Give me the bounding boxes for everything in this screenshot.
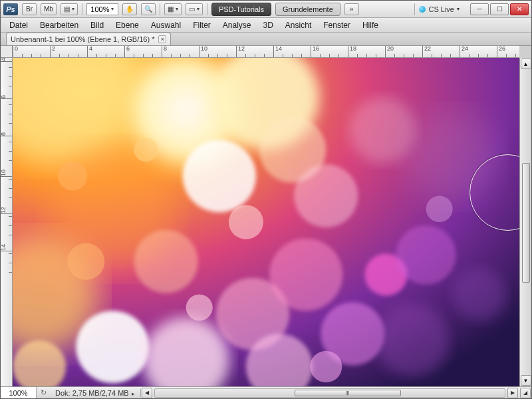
svg-point-25: [186, 295, 213, 321]
ruler-tick: 6: [1, 95, 12, 99]
scroll-up-button[interactable]: ▲: [521, 59, 531, 69]
status-bar: 100% ↻ Dok: 2,75 MB/2,74 MB ◀ ▶ ◢: [1, 386, 531, 398]
grid-icon: ▦: [168, 5, 174, 13]
view-extras-button[interactable]: ▤: [61, 3, 78, 15]
svg-point-24: [229, 205, 263, 239]
svg-point-26: [310, 351, 342, 382]
svg-point-28: [67, 243, 104, 280]
application-bar: Ps Br Mb ▤ 100% ✋ 🔍 ▦ ▭ PSD-Tutorials Gr…: [1, 1, 531, 18]
ruler-tick: 16: [311, 46, 319, 57]
cs-live-button[interactable]: CS Live ▾: [414, 3, 464, 15]
separator: [207, 3, 207, 15]
ruler-tick: 22: [422, 46, 431, 57]
vertical-ruler[interactable]: 468101214: [1, 58, 13, 386]
close-button[interactable]: ✕: [510, 3, 529, 15]
horizontal-ruler[interactable]: 0246810121416182022242628: [13, 46, 519, 58]
menu-bar: Datei Bearbeiten Bild Ebene Auswahl Filt…: [1, 18, 531, 33]
scroll-down-button[interactable]: ▼: [521, 375, 531, 386]
ruler-tick: 12: [1, 207, 12, 214]
document-tab-close[interactable]: ×: [158, 35, 166, 43]
minibridge-button[interactable]: Mb: [41, 3, 57, 15]
zoom-level-field[interactable]: 100%: [86, 3, 118, 15]
cs-live-icon: [419, 6, 426, 13]
window-controls: ─ ☐ ✕: [470, 3, 529, 15]
ruler-tick: 24: [460, 46, 468, 57]
zoom-icon: 🔍: [144, 5, 152, 13]
canvas-viewport: [13, 58, 519, 386]
resize-grip[interactable]: ◢: [520, 388, 531, 398]
svg-point-8: [294, 164, 358, 227]
ruler-tick: 4: [1, 58, 12, 62]
status-sync-icon[interactable]: ↻: [37, 388, 50, 397]
ruler-tick: 10: [199, 46, 207, 57]
menu-bild[interactable]: Bild: [84, 19, 110, 32]
svg-point-6: [183, 140, 256, 213]
vertical-scrollbar[interactable]: ▲ ▼: [519, 58, 531, 386]
minimize-button[interactable]: ─: [470, 3, 489, 15]
ruler-tick: 6: [124, 46, 130, 57]
workspace-psd-tutorials[interactable]: PSD-Tutorials: [211, 3, 271, 16]
svg-point-20: [376, 305, 449, 377]
menu-3d[interactable]: 3D: [257, 19, 279, 32]
separator: [82, 3, 82, 15]
zoom-tool-button[interactable]: 🔍: [141, 3, 156, 15]
screen-icon: ▭: [189, 5, 195, 13]
svg-point-15: [269, 239, 342, 311]
document-canvas[interactable]: [13, 58, 519, 386]
ruler-tick: 14: [273, 46, 282, 57]
svg-point-22: [58, 162, 87, 190]
menu-auswahl[interactable]: Auswahl: [145, 19, 187, 32]
scroll-right-button[interactable]: ▶: [507, 388, 518, 398]
vertical-scroll-thumb[interactable]: [522, 163, 530, 283]
maximize-button[interactable]: ☐: [490, 3, 509, 15]
ruler-tick: 8: [162, 46, 167, 57]
svg-point-12: [76, 311, 149, 383]
ruler-tick: 10: [1, 170, 12, 177]
ruler-tick: 18: [348, 46, 356, 57]
svg-point-23: [134, 138, 158, 162]
screen-mode-button[interactable]: ▭: [186, 3, 203, 15]
ruler-tick: 4: [87, 46, 92, 57]
menu-fenster[interactable]: Fenster: [317, 19, 356, 32]
ruler-tick: 8: [1, 132, 12, 136]
svg-point-27: [426, 196, 453, 222]
status-zoom-field[interactable]: 100%: [1, 387, 37, 398]
separator: [160, 3, 160, 15]
svg-point-11: [134, 230, 198, 293]
cs-live-label: CS Live: [428, 5, 454, 13]
ruler-tick: 0: [13, 46, 18, 57]
menu-filter[interactable]: Filter: [187, 19, 217, 32]
document-tab-title: Unbenannt-1 bei 100% (Ebene 1, RGB/16) *: [11, 35, 154, 43]
horizontal-scrollbar[interactable]: [154, 388, 505, 398]
menu-datei[interactable]: Datei: [3, 19, 34, 32]
svg-point-9: [349, 97, 416, 163]
ruler-tick: 20: [385, 46, 394, 57]
document-tab[interactable]: Unbenannt-1 bei 100% (Ebene 1, RGB/16) *…: [6, 33, 171, 45]
document-tab-strip: Unbenannt-1 bei 100% (Ebene 1, RGB/16) *…: [1, 33, 531, 46]
ruler-tick: 26: [497, 46, 505, 57]
menu-ebene[interactable]: Ebene: [110, 19, 145, 32]
workspace: 0246810121416182022242628 468101214: [1, 46, 531, 398]
bridge-button[interactable]: Br: [22, 3, 37, 15]
chevron-down-icon: ▾: [457, 6, 460, 12]
menu-analyse[interactable]: Analyse: [217, 19, 257, 32]
ruler-tick: 12: [236, 46, 245, 57]
svg-point-10: [406, 110, 499, 202]
app-logo: Ps: [3, 3, 18, 15]
status-document-info[interactable]: Dok: 2,75 MB/2,74 MB: [50, 389, 141, 397]
hand-tool-button[interactable]: ✋: [122, 3, 137, 15]
filmstrip-icon: ▤: [64, 5, 70, 13]
menu-ansicht[interactable]: Ansicht: [279, 19, 317, 32]
menu-bearbeiten[interactable]: Bearbeiten: [34, 19, 84, 32]
workspace-expand-button[interactable]: »: [344, 3, 359, 15]
ruler-origin[interactable]: [1, 46, 13, 58]
menu-hilfe[interactable]: Hilfe: [356, 19, 384, 32]
ruler-tick: 2: [50, 46, 55, 57]
ruler-tick: 14: [1, 244, 12, 251]
horizontal-scroll-thumb[interactable]: [295, 390, 401, 396]
scroll-left-button[interactable]: ◀: [142, 388, 152, 398]
svg-point-19: [396, 225, 456, 285]
arrange-documents-button[interactable]: ▦: [164, 3, 182, 15]
hand-icon: ✋: [126, 5, 134, 13]
workspace-grundelemente[interactable]: Grundelemente: [275, 3, 340, 16]
